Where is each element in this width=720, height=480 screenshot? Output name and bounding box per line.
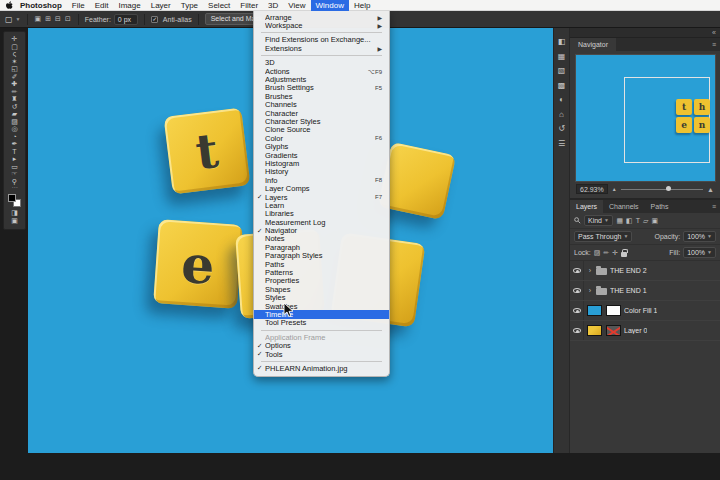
- tool-preset-chevron-icon[interactable]: ▼: [16, 16, 21, 22]
- group-expand-arrow-icon[interactable]: ›: [587, 267, 593, 274]
- layer-row-the-end-2[interactable]: ›THE END 2: [570, 261, 720, 281]
- panel-menu-icon[interactable]: ≡: [708, 203, 720, 210]
- clone-stamp-tool[interactable]: ♜: [4, 95, 25, 103]
- quick-mask-icon[interactable]: ◨: [4, 209, 25, 217]
- dodge-tool[interactable]: ◔: [4, 133, 25, 141]
- visibility-toggle[interactable]: [570, 261, 584, 280]
- lock-position-icon[interactable]: ✛: [612, 249, 618, 257]
- move-tool[interactable]: ✛: [4, 35, 25, 43]
- gradients-panel-icon[interactable]: ▧: [556, 66, 568, 75]
- opacity-dropdown[interactable]: 100% ▼: [683, 231, 716, 242]
- tab-layers[interactable]: Layers: [570, 200, 603, 213]
- type-layers-filter-icon[interactable]: T: [635, 217, 640, 225]
- tab-navigator[interactable]: Navigator: [570, 38, 616, 51]
- filter-kind-dropdown[interactable]: Kind ▼: [584, 215, 613, 226]
- color-swatches[interactable]: [8, 194, 21, 207]
- type-tool[interactable]: T: [4, 148, 25, 156]
- menubar-item-type[interactable]: Type: [176, 0, 203, 11]
- eraser-tool[interactable]: ▰: [4, 110, 25, 118]
- new-selection-icon[interactable]: ▣: [34, 15, 43, 23]
- menubar-item-layer[interactable]: Layer: [146, 0, 176, 11]
- layers-panel-tabs: LayersChannelsPaths≡: [570, 200, 720, 213]
- eyedropper-tool[interactable]: ✐: [4, 73, 25, 81]
- tool-preset-icon[interactable]: ▢: [5, 15, 13, 24]
- fill-dropdown[interactable]: 100% ▼: [683, 247, 716, 258]
- blend-mode-dropdown[interactable]: Pass Through ▼: [574, 231, 632, 242]
- lock-transparent-pixels-icon[interactable]: ▨: [594, 249, 601, 257]
- swatches-panel-icon[interactable]: ▦: [556, 52, 568, 61]
- menu-item-tool-presets[interactable]: Tool Presets: [254, 319, 389, 327]
- history-panel-icon[interactable]: ↺: [556, 124, 568, 133]
- tab-channels[interactable]: Channels: [603, 200, 645, 213]
- menu-item-tools[interactable]: ✓Tools: [254, 350, 389, 358]
- lock-image-pixels-icon[interactable]: ✏: [603, 249, 609, 257]
- intersect-selection-icon[interactable]: ⊡: [64, 15, 72, 23]
- lasso-tool[interactable]: ς: [4, 50, 25, 58]
- menu-item-workspace[interactable]: Workspace▶: [254, 21, 389, 29]
- magic-wand-tool[interactable]: ✶: [4, 58, 25, 66]
- smart-objects-filter-icon[interactable]: ▣: [651, 217, 659, 225]
- adjustments-panel-icon[interactable]: ◐: [556, 95, 568, 104]
- navigator-zoom-slider[interactable]: [621, 189, 703, 190]
- navigator-zoom-value[interactable]: 62.93%: [576, 184, 608, 194]
- pixel-layers-filter-icon[interactable]: ▦: [616, 217, 624, 225]
- properties-panel-icon[interactable]: ☰: [556, 139, 568, 148]
- anti-alias-checkbox[interactable]: [151, 16, 158, 23]
- adjustment-layers-filter-icon[interactable]: ◧: [626, 217, 634, 225]
- layer-row-layer-0[interactable]: Layer 0: [570, 321, 720, 341]
- hand-tool[interactable]: ☞: [4, 170, 25, 178]
- tab-paths[interactable]: Paths: [645, 200, 675, 213]
- menubar-item-help[interactable]: Help: [349, 0, 375, 11]
- menubar-item-3d[interactable]: 3D: [263, 0, 283, 11]
- rectangle-tool[interactable]: ▭: [4, 163, 25, 171]
- menubar-item-window[interactable]: Window: [311, 0, 349, 11]
- patterns-panel-icon[interactable]: ▩: [556, 81, 568, 90]
- layer-row-color-fill-1[interactable]: Color Fill 1: [570, 301, 720, 321]
- visibility-toggle[interactable]: [570, 321, 584, 340]
- menubar-item-edit[interactable]: Edit: [90, 0, 114, 11]
- collapse-panels-icon[interactable]: «: [712, 29, 716, 36]
- add-to-selection-icon[interactable]: ⊞: [44, 15, 52, 23]
- color-panel-icon[interactable]: ◧: [556, 37, 568, 46]
- subtract-from-selection-icon[interactable]: ⊟: [54, 15, 62, 23]
- zoom-out-icon[interactable]: ▲: [612, 186, 617, 192]
- menubar-item-photoshop[interactable]: Photoshop: [15, 0, 67, 11]
- opacity-value: 100%: [687, 232, 705, 241]
- menu-item-phlearn-animation-jpg[interactable]: ✓PHLEARN Animation.jpg: [254, 364, 389, 372]
- zoom-in-icon[interactable]: ▲: [707, 186, 714, 193]
- layers-list: ›THE END 2›THE END 1Color Fill 1Layer 0: [570, 261, 720, 453]
- blur-tool[interactable]: ◎: [4, 125, 25, 133]
- menubar-item-image[interactable]: Image: [113, 0, 145, 11]
- navigator-thumbnail[interactable]: then: [576, 55, 715, 181]
- pen-tool[interactable]: ✒: [4, 140, 25, 148]
- foreground-color-swatch[interactable]: [8, 194, 16, 202]
- apple-logo: [6, 1, 13, 10]
- menubar-item-select[interactable]: Select: [203, 0, 235, 11]
- group-expand-arrow-icon[interactable]: ›: [587, 287, 593, 294]
- crop-tool[interactable]: ◱: [4, 65, 25, 73]
- panel-menu-icon[interactable]: ≡: [708, 41, 720, 48]
- history-brush-tool[interactable]: ↺: [4, 103, 25, 111]
- panel-icon-strip: ◧▦▧▩◐⌂↺☰: [554, 28, 570, 453]
- path-selection-tool[interactable]: ▸: [4, 155, 25, 163]
- folder-icon: [596, 268, 607, 275]
- lock-all-icon[interactable]: [621, 252, 627, 257]
- apple-menu-icon[interactable]: [3, 0, 15, 11]
- menubar-item-filter[interactable]: Filter: [235, 0, 263, 11]
- visibility-toggle[interactable]: [570, 281, 584, 300]
- edit-toolbar-icon[interactable]: ⋯: [12, 185, 18, 191]
- screen-mode-icon[interactable]: ▣: [4, 217, 25, 225]
- menu-item-extensions[interactable]: Extensions▶: [254, 44, 389, 52]
- gradient-tool[interactable]: ▨: [4, 118, 25, 126]
- visibility-toggle[interactable]: [570, 301, 584, 320]
- rectangular-marquee-tool[interactable]: ▢: [4, 43, 25, 51]
- zoom-slider-thumb[interactable]: [666, 186, 671, 191]
- menubar-item-view[interactable]: View: [283, 0, 310, 11]
- layer-row-the-end-1[interactable]: ›THE END 1: [570, 281, 720, 301]
- brush-tool[interactable]: ✏: [4, 88, 25, 96]
- menubar-item-file[interactable]: File: [67, 0, 90, 11]
- spot-healing-brush-tool[interactable]: ✚: [4, 80, 25, 88]
- libraries-panel-icon[interactable]: ⌂: [556, 110, 568, 119]
- shape-layers-filter-icon[interactable]: ▱: [643, 217, 649, 225]
- feather-input[interactable]: 0 px: [114, 14, 138, 25]
